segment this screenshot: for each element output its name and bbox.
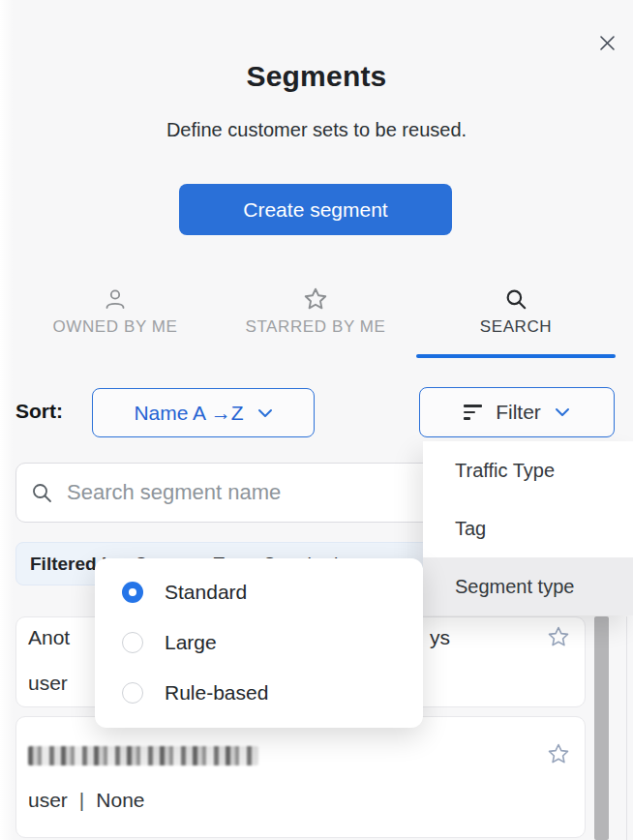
filter-icon	[464, 405, 482, 420]
star-icon	[547, 625, 570, 648]
redacted-segment-name	[28, 746, 258, 765]
segment-meta-type: user	[28, 789, 68, 812]
segment-card[interactable]: user | None	[15, 716, 586, 838]
segment-meta: user	[28, 672, 68, 695]
segment-title-fragment: ys	[430, 626, 450, 649]
sort-label: Sort:	[15, 400, 63, 423]
segment-title-fragment: Anot	[28, 626, 70, 649]
active-tab-underline	[416, 354, 616, 358]
person-icon	[103, 286, 128, 312]
filter-dropdown[interactable]: Filter	[419, 387, 615, 437]
star-icon	[303, 286, 328, 312]
tab-label: STARRED BY ME	[245, 317, 385, 337]
page-subtitle: Define customer sets to be reused.	[0, 119, 633, 141]
tab-label: OWNED BY ME	[52, 317, 177, 337]
scroll-area-divider	[626, 616, 627, 840]
radio-option-label: Large	[165, 631, 217, 654]
tab-owned-by-me[interactable]: OWNED BY ME	[15, 286, 215, 337]
close-button[interactable]	[596, 32, 618, 53]
tab-starred-by-me[interactable]: STARRED BY ME	[216, 286, 415, 337]
close-icon	[599, 35, 616, 51]
radio-option-label: Rule-based	[165, 681, 268, 705]
tab-search[interactable]: SEARCH	[416, 286, 616, 337]
segment-meta: user | None	[28, 789, 145, 812]
star-toggle-button[interactable]	[547, 625, 570, 648]
sort-dropdown[interactable]: Name A →Z	[92, 388, 315, 437]
radio-option-large[interactable]: Large	[95, 617, 423, 668]
filter-dropdown-label: Filter	[496, 401, 541, 424]
star-icon	[547, 742, 570, 765]
radio-unselected-icon	[122, 682, 143, 704]
filter-menu-item-segment-type[interactable]: Segment type	[423, 557, 633, 615]
star-toggle-button[interactable]	[547, 742, 570, 765]
sort-dropdown-value: Name A →Z	[134, 402, 243, 425]
filter-menu: Traffic Type Tag Segment type	[423, 441, 633, 615]
radio-option-standard[interactable]: Standard	[95, 567, 423, 617]
segment-type-popover: Standard Large Rule-based	[95, 558, 423, 728]
radio-unselected-icon	[122, 632, 143, 653]
search-icon	[30, 481, 53, 504]
page-title: Segments	[0, 60, 633, 93]
scrollbar-thumb[interactable]	[594, 616, 609, 840]
radio-option-label: Standard	[165, 581, 247, 604]
filter-menu-item-tag[interactable]: Tag	[423, 499, 633, 557]
chevron-down-icon	[257, 408, 273, 418]
create-segment-button[interactable]: Create segment	[179, 184, 452, 235]
filter-menu-item-traffic-type[interactable]: Traffic Type	[423, 441, 633, 499]
radio-option-rule-based[interactable]: Rule-based	[95, 668, 423, 718]
tab-label: SEARCH	[480, 317, 552, 337]
segment-meta-separator: |	[79, 789, 84, 812]
search-icon	[503, 286, 528, 312]
segment-meta-value: None	[96, 789, 144, 812]
segments-drawer: Segments Define customer sets to be reus…	[0, 0, 633, 840]
chevron-down-icon	[555, 407, 570, 417]
radio-selected-icon	[122, 582, 143, 603]
